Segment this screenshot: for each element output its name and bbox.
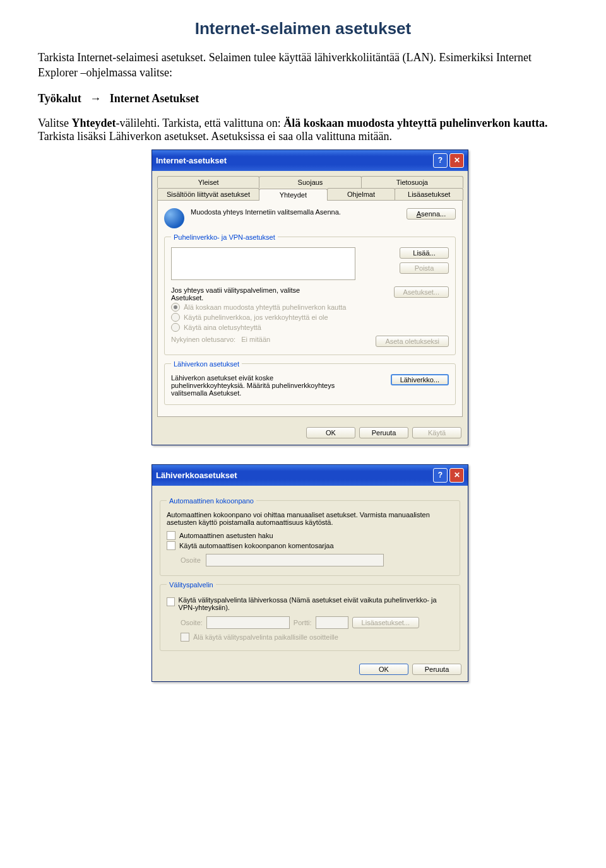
radio-never-dial: Älä koskaan muodosta yhteyttä puhelinver… [171,303,449,312]
dialog-title: Lähiverkkoasetukset [156,471,237,480]
dialup-vpn-fieldset: Puhelinverkko- ja VPN-asetukset Lisää...… [164,233,456,355]
globe-icon [164,208,184,228]
radio-always-dial: Käytä aina oletusyhteyttä [171,323,449,332]
proxy-port-field [316,616,348,629]
auto-config-text: Automaattinen kokoonpano voi ohittaa man… [167,511,453,526]
close-button[interactable]: ✕ [449,153,464,168]
tab-advanced[interactable]: Lisäasetukset [395,188,463,200]
intro-paragraph-3a: Valitse [38,117,72,129]
page-title: Internet-selaimen asetukset [38,19,568,38]
current-default-value: Ei mitään [241,336,270,343]
bypass-local-label: Älä käytä välityspalvelinta paikallisill… [193,633,338,641]
tabs-row-1: Yleiset Suojaus Tietosuoja [152,171,468,188]
intro-paragraph-2: Työkalut → Internet Asetukset [38,92,568,105]
dialog-title: Internet-asetukset [156,156,227,165]
lan-button[interactable]: Lähiverkko... [391,374,449,385]
radio-dial-when-no-net-label: Käytä puhelinverkkoa, jos verkkoyhteyttä… [184,314,328,321]
setup-text: Muodosta yhteys Internetiin valitsemalla… [191,208,400,216]
auto-config-legend: Automaattinen kokoonpano [167,497,256,505]
radio-icon [171,303,180,312]
panel-connections: Muodosta yhteys Internetiin valitsemalla… [157,200,463,417]
auto-detect-label: Automaattinen asetusten haku [179,532,273,539]
bottom-buttons: OK Peruuta [152,659,468,681]
radio-icon [171,323,180,332]
menu-path-internet-settings: Internet Asetukset [110,92,199,105]
setup-button[interactable]: AAsenna...senna... [407,208,456,220]
apply-button: Käytä [412,427,461,438]
menu-path-tools: Työkalut [38,92,81,105]
settings-button: Asetukset... [394,286,449,298]
current-default-label: Nykyinen oletusarvo: [171,336,235,343]
tab-privacy[interactable]: Tietosuoja [361,176,463,188]
checkbox-icon [167,531,175,540]
auto-script-label: Käytä automaattisen kokoonpanon komentos… [179,542,334,549]
lan-settings-fieldset: Lähiverkon asetukset Lähiverkon asetukse… [164,360,456,405]
proxy-port-label: Portti: [294,619,312,626]
tab-connections[interactable]: Yhteydet [259,189,328,201]
titlebar[interactable]: Internet-asetukset ? ✕ [152,150,468,171]
checkbox-icon [167,541,175,550]
bypass-local-checkbox: Älä käytä välityspalvelinta paikallisill… [181,633,453,642]
proxy-address-label: Osoite: [181,619,203,626]
auto-script-checkbox[interactable]: Käytä automaattisen kokoonpanon komentos… [167,541,453,550]
internet-settings-dialog: Internet-asetukset ? ✕ Yleiset Suojaus T… [152,150,468,445]
cancel-button[interactable]: Peruuta [412,664,461,675]
intro-paragraph-3: Valitse Yhteydet-välilehti. Tarkista, et… [38,117,568,143]
arrow: → [90,92,101,105]
tabs-row-2: Sisältöön liittyvät asetukset Yhteydet O… [152,188,468,200]
lan-text: Lähiverkon asetukset eivät koske puhelin… [171,374,335,397]
lan-settings-legend: Lähiverkon asetukset [171,360,242,368]
auto-detect-checkbox[interactable]: Automaattinen asetusten haku [167,531,453,540]
set-default-button: Aseta oletukseksi [376,336,449,347]
add-button[interactable]: Lisää... [400,247,449,259]
auto-config-fieldset: Automaattinen kokoonpano Automaattinen k… [160,497,460,576]
ok-button[interactable]: OK [306,427,355,438]
use-proxy-label: Käytä välityspalvelinta lähiverkossa (Nä… [179,596,453,611]
help-button[interactable]: ? [433,468,448,483]
proxy-address-field [206,616,290,629]
radio-icon [171,313,180,322]
bottom-buttons: OK Peruuta Käytä [152,422,468,445]
connections-listbox[interactable] [171,247,355,280]
connections-tab-name: Yhteydet [72,117,116,129]
intro-paragraph-3c: Tarkista lisäksi Lähiverkon asetukset. A… [38,130,392,143]
help-button[interactable]: ? [433,153,448,168]
address-field [206,554,384,566]
radio-always-dial-label: Käytä aina oletusyhteyttä [184,324,261,331]
checkbox-icon [181,633,189,642]
tab-programs[interactable]: Ohjelmat [327,188,396,200]
intro-paragraph-1: Tarkista Internet-selaimesi asetukset. S… [38,50,568,81]
dialup-vpn-legend: Puhelinverkko- ja VPN-asetukset [171,233,278,241]
checkbox-icon [167,597,175,606]
proxy-fieldset: Välityspalvelin Käytä välityspalvelinta … [160,581,460,651]
proxy-legend: Välityspalvelin [167,581,216,589]
advanced-button: Lisäasetukset... [352,617,419,628]
remove-button: Poista [400,262,449,274]
titlebar[interactable]: Lähiverkkoasetukset ? ✕ [152,465,468,486]
lan-settings-dialog: Lähiverkkoasetukset ? ✕ Automaattinen ko… [152,464,468,682]
tab-security[interactable]: Suojaus [259,176,361,188]
intro-paragraph-3b: -välilehti. Tarkista, että valittuna on: [116,117,284,129]
radio-dial-when-no-net: Käytä puhelinverkkoa, jos verkkoyhteyttä… [171,313,449,322]
radio-never-dial-label: Älä koskaan muodosta yhteyttä puhelinver… [184,303,346,311]
use-proxy-checkbox[interactable]: Käytä välityspalvelinta lähiverkossa (Nä… [167,596,453,611]
proxy-hint: Jos yhteys vaatii välityspalvelimen, val… [171,286,310,302]
ok-button[interactable]: OK [359,664,408,675]
tab-general[interactable]: Yleiset [157,176,259,188]
never-dial-option-name: Älä koskaan muodosta yhteyttä puhelinver… [283,117,547,129]
tab-content[interactable]: Sisältöön liittyvät asetukset [157,188,259,200]
cancel-button[interactable]: Peruuta [359,427,408,438]
address-label: Osoite [181,556,201,564]
close-button[interactable]: ✕ [449,468,464,483]
